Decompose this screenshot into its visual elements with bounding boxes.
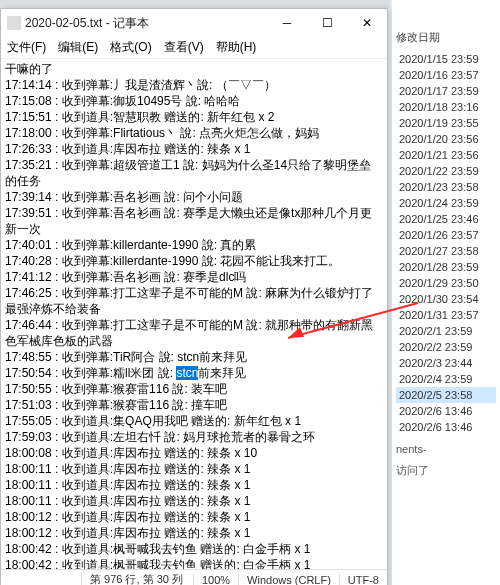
window-title: 2020-02-05.txt - 记事本 [25, 15, 149, 32]
status-eol: Windows (CRLF) [238, 574, 339, 586]
file-list-panel: 修改日期 2020/1/15 23:592020/1/16 23:572020/… [392, 0, 500, 585]
menu-view[interactable]: 查看(V) [164, 39, 204, 56]
text-line[interactable]: 18:00:08 : 收到道具:库因布拉 赠送的: 辣条 x 10 [5, 445, 383, 461]
statusbar: 第 976 行, 第 30 列 100% Windows (CRLF) UTF-… [1, 569, 387, 585]
minimize-button[interactable]: ─ [267, 9, 307, 37]
text-line[interactable]: 17:39:51 : 收到弹幕:吾名衫画 說: 赛季是大懒虫还是像tx那种几个月… [5, 205, 383, 237]
file-list-item[interactable]: 2020/1/25 23:46 [396, 211, 496, 227]
file-list-item[interactable]: 2020/1/16 23:57 [396, 67, 496, 83]
file-list-item[interactable]: 2020/1/30 23:54 [396, 291, 496, 307]
file-list-item[interactable]: 2020/2/2 23:59 [396, 339, 496, 355]
file-list-item[interactable]: 2020/2/6 13:46 [396, 403, 496, 419]
file-list-item[interactable]: 2020/1/18 23:16 [396, 99, 496, 115]
text-line[interactable]: 17:18:00 : 收到弹幕:Flirtatious丶 說: 点亮火炬怎么做，… [5, 125, 383, 141]
footer-text-1: nents- [396, 443, 496, 455]
date-list: 2020/1/15 23:592020/1/16 23:572020/1/17 … [396, 51, 496, 435]
text-line[interactable]: 18:00:11 : 收到道具:库因布拉 赠送的: 辣条 x 1 [5, 461, 383, 477]
file-list-item[interactable]: 2020/1/28 23:59 [396, 259, 496, 275]
file-list-item[interactable]: 2020/2/5 23:58 [396, 387, 496, 403]
file-list-item[interactable]: 2020/1/23 23:58 [396, 179, 496, 195]
titlebar[interactable]: 2020-02-05.txt - 记事本 ─ ☐ ✕ [1, 9, 387, 37]
text-line[interactable]: 17:46:25 : 收到弹幕:打工这辈子是不可能的M 說: 麻麻为什么锻炉打了… [5, 285, 383, 317]
file-list-item[interactable]: 2020/1/19 23:55 [396, 115, 496, 131]
text-content[interactable]: 干嘛的了17:14:14 : 收到弹幕:丿我是渣渣辉丶說: （￣▽￣）17:15… [1, 59, 387, 569]
file-list-item[interactable]: 2020/1/15 23:59 [396, 51, 496, 67]
menu-help[interactable]: 帮助(H) [216, 39, 257, 56]
text-line[interactable]: 18:00:11 : 收到道具:库因布拉 赠送的: 辣条 x 1 [5, 477, 383, 493]
text-line[interactable]: 18:00:12 : 收到道具:库因布拉 赠送的: 辣条 x 1 [5, 525, 383, 541]
text-line[interactable]: 18:00:42 : 收到道具:枫哥喊我去钓鱼 赠送的: 白金手柄 x 1 [5, 557, 383, 569]
text-line[interactable]: 17:46:44 : 收到弹幕:打工这辈子是不可能的M 說: 就那种带的有翻新黑… [5, 317, 383, 349]
text-selection: stcn [176, 366, 198, 380]
notepad-window: 2020-02-05.txt - 记事本 ─ ☐ ✕ 文件(F) 编辑(E) 格… [0, 8, 388, 585]
text-line[interactable]: 17:14:14 : 收到弹幕:丿我是渣渣辉丶說: （￣▽￣） [5, 77, 383, 93]
text-line[interactable]: 17:50:55 : 收到弹幕:猴赛雷116 說: 装车吧 [5, 381, 383, 397]
text-line-selected[interactable]: 17:50:54 : 收到弹幕:糯ll米团 說: stcn前来拜见 [5, 365, 383, 381]
file-list-item[interactable]: 2020/2/6 13:46 [396, 419, 496, 435]
text-line[interactable]: 17:48:55 : 收到弹幕:TiR阿合 說: stcn前来拜见 [5, 349, 383, 365]
menu-file[interactable]: 文件(F) [7, 39, 46, 56]
text-line[interactable]: 17:39:14 : 收到弹幕:吾名衫画 說: 问个小问题 [5, 189, 383, 205]
app-icon [7, 16, 21, 30]
file-list-item[interactable]: 2020/1/22 23:59 [396, 163, 496, 179]
text-line[interactable]: 17:40:28 : 收到弹幕:killerdante-1990 說: 花园不能… [5, 253, 383, 269]
text-line[interactable]: 17:35:21 : 收到弹幕:超级管道工1 說: 妈妈为什么圣14只给了黎明堡… [5, 157, 383, 189]
text-line[interactable]: 18:00:11 : 收到道具:库因布拉 赠送的: 辣条 x 1 [5, 493, 383, 509]
status-position: 第 976 行, 第 30 列 [81, 572, 193, 585]
text-line[interactable]: 17:15:51 : 收到道具:智慧职教 赠送的: 新年红包 x 2 [5, 109, 383, 125]
file-list-item[interactable]: 2020/1/17 23:59 [396, 83, 496, 99]
text-line[interactable]: 17:51:03 : 收到弹幕:猴赛雷116 說: 撞车吧 [5, 397, 383, 413]
text-line[interactable]: 17:26:33 : 收到道具:库因布拉 赠送的: 辣条 x 1 [5, 141, 383, 157]
file-list-item[interactable]: 2020/2/1 23:59 [396, 323, 496, 339]
file-list-item[interactable]: 2020/1/20 23:56 [396, 131, 496, 147]
file-list-item[interactable]: 2020/1/24 23:59 [396, 195, 496, 211]
text-line[interactable]: 17:40:01 : 收到弹幕:killerdante-1990 說: 真的累 [5, 237, 383, 253]
close-button[interactable]: ✕ [347, 9, 387, 37]
maximize-button[interactable]: ☐ [307, 9, 347, 37]
text-line[interactable]: 17:55:05 : 收到道具:集QAQ用我吧 赠送的: 新年红包 x 1 [5, 413, 383, 429]
text-line[interactable]: 17:41:12 : 收到弹幕:吾名衫画 說: 赛季是dlc吗 [5, 269, 383, 285]
file-list-item[interactable]: 2020/1/27 23:58 [396, 243, 496, 259]
file-list-item[interactable]: 2020/1/31 23:57 [396, 307, 496, 323]
background-blur [0, 0, 390, 8]
text-line[interactable]: 17:59:03 : 收到道具:左坦右忏 說: 妈月球抢荒者的暴骨之环 [5, 429, 383, 445]
status-encoding: UTF-8 [339, 574, 387, 586]
column-header-date[interactable]: 修改日期 [396, 30, 496, 45]
text-line[interactable]: 18:00:42 : 收到道具:枫哥喊我去钓鱼 赠送的: 白金手柄 x 1 [5, 541, 383, 557]
menu-edit[interactable]: 编辑(E) [58, 39, 98, 56]
text-line[interactable]: 18:00:12 : 收到道具:库因布拉 赠送的: 辣条 x 1 [5, 509, 383, 525]
file-list-item[interactable]: 2020/1/29 23:50 [396, 275, 496, 291]
footer-text-2: 访问了 [396, 463, 496, 478]
file-list-item[interactable]: 2020/2/3 23:44 [396, 355, 496, 371]
menu-format[interactable]: 格式(O) [110, 39, 151, 56]
file-list-item[interactable]: 2020/2/4 23:59 [396, 371, 496, 387]
status-zoom: 100% [193, 574, 238, 586]
text-line[interactable]: 干嘛的了 [5, 61, 383, 77]
file-list-item[interactable]: 2020/1/26 23:57 [396, 227, 496, 243]
menubar: 文件(F) 编辑(E) 格式(O) 查看(V) 帮助(H) [1, 37, 387, 59]
text-line[interactable]: 17:15:08 : 收到弹幕:御坂10495号 說: 哈哈哈 [5, 93, 383, 109]
file-list-item[interactable]: 2020/1/21 23:56 [396, 147, 496, 163]
